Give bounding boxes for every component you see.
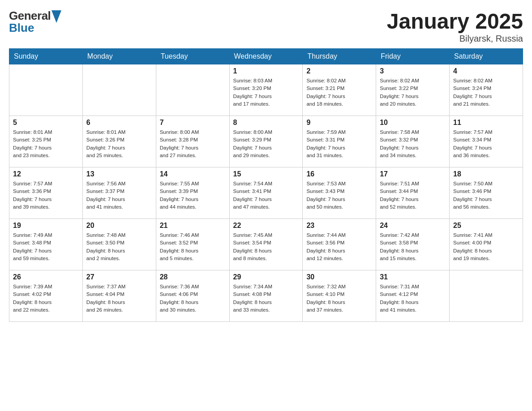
logo-triangle-icon xyxy=(51,10,61,23)
header-wednesday: Wednesday xyxy=(229,49,303,64)
logo: General Blue xyxy=(9,9,61,35)
day-info: Sunrise: 7:36 AMSunset: 4:06 PMDaylight:… xyxy=(160,283,226,314)
cell-w1-d5: 3Sunrise: 8:02 AMSunset: 3:22 PMDaylight… xyxy=(376,64,450,116)
week-row-3: 12Sunrise: 7:57 AMSunset: 3:36 PMDayligh… xyxy=(9,167,523,219)
day-info: Sunrise: 8:02 AMSunset: 3:22 PMDaylight:… xyxy=(380,77,446,108)
cell-w4-d6: 25Sunrise: 7:41 AMSunset: 4:00 PMDayligh… xyxy=(450,219,523,270)
calendar-header: SundayMondayTuesdayWednesdayThursdayFrid… xyxy=(9,49,523,64)
cell-w4-d4: 23Sunrise: 7:44 AMSunset: 3:56 PMDayligh… xyxy=(303,219,376,270)
day-info: Sunrise: 7:37 AMSunset: 4:04 PMDaylight:… xyxy=(86,283,152,314)
cell-w1-d0 xyxy=(9,64,83,116)
week-row-5: 26Sunrise: 7:39 AMSunset: 4:02 PMDayligh… xyxy=(9,270,523,322)
cell-w5-d4: 30Sunrise: 7:32 AMSunset: 4:10 PMDayligh… xyxy=(303,270,376,322)
header-sunday: Sunday xyxy=(9,49,83,64)
day-info: Sunrise: 7:44 AMSunset: 3:56 PMDaylight:… xyxy=(306,231,372,262)
day-info: Sunrise: 7:48 AMSunset: 3:50 PMDaylight:… xyxy=(86,231,152,262)
day-number: 22 xyxy=(233,222,299,230)
day-number: 10 xyxy=(380,119,446,127)
day-info: Sunrise: 7:41 AMSunset: 4:00 PMDaylight:… xyxy=(453,231,519,262)
cell-w1-d3: 1Sunrise: 8:03 AMSunset: 3:20 PMDaylight… xyxy=(229,64,303,116)
day-info: Sunrise: 7:56 AMSunset: 3:37 PMDaylight:… xyxy=(86,180,152,211)
cell-w4-d0: 19Sunrise: 7:49 AMSunset: 3:48 PMDayligh… xyxy=(9,219,83,270)
day-number: 17 xyxy=(380,170,446,178)
header-tuesday: Tuesday xyxy=(156,49,229,64)
cell-w4-d5: 24Sunrise: 7:42 AMSunset: 3:58 PMDayligh… xyxy=(376,219,450,270)
day-number: 20 xyxy=(86,222,152,230)
day-info: Sunrise: 7:50 AMSunset: 3:46 PMDaylight:… xyxy=(453,180,519,211)
header-friday: Friday xyxy=(376,49,450,64)
day-number: 27 xyxy=(86,273,152,281)
day-number: 30 xyxy=(306,273,372,281)
day-number: 21 xyxy=(160,222,226,230)
day-number: 18 xyxy=(453,170,519,178)
day-info: Sunrise: 7:31 AMSunset: 4:12 PMDaylight:… xyxy=(380,283,446,314)
cell-w4-d1: 20Sunrise: 7:48 AMSunset: 3:50 PMDayligh… xyxy=(82,219,156,270)
cell-w4-d2: 21Sunrise: 7:46 AMSunset: 3:52 PMDayligh… xyxy=(156,219,229,270)
day-info: Sunrise: 7:53 AMSunset: 3:43 PMDaylight:… xyxy=(306,180,372,211)
week-row-4: 19Sunrise: 7:49 AMSunset: 3:48 PMDayligh… xyxy=(9,219,523,270)
day-info: Sunrise: 7:57 AMSunset: 3:36 PMDaylight:… xyxy=(13,180,79,211)
day-info: Sunrise: 8:01 AMSunset: 3:25 PMDaylight:… xyxy=(13,128,79,159)
cell-w3-d5: 17Sunrise: 7:51 AMSunset: 3:44 PMDayligh… xyxy=(376,167,450,219)
day-info: Sunrise: 7:58 AMSunset: 3:32 PMDaylight:… xyxy=(380,128,446,159)
header-thursday: Thursday xyxy=(303,49,376,64)
header-row: SundayMondayTuesdayWednesdayThursdayFrid… xyxy=(9,49,523,64)
day-number: 11 xyxy=(453,119,519,127)
day-info: Sunrise: 7:46 AMSunset: 3:52 PMDaylight:… xyxy=(160,231,226,262)
day-number: 8 xyxy=(233,119,299,127)
day-number: 13 xyxy=(86,170,152,178)
page-header: General Blue January 2025 Bilyarsk, Russ… xyxy=(9,9,523,44)
cell-w3-d2: 14Sunrise: 7:55 AMSunset: 3:39 PMDayligh… xyxy=(156,167,229,219)
calendar-table: SundayMondayTuesdayWednesdayThursdayFrid… xyxy=(9,48,523,322)
day-info: Sunrise: 8:03 AMSunset: 3:20 PMDaylight:… xyxy=(233,77,299,108)
day-info: Sunrise: 8:01 AMSunset: 3:26 PMDaylight:… xyxy=(86,128,152,159)
cell-w2-d0: 5Sunrise: 8:01 AMSunset: 3:25 PMDaylight… xyxy=(9,116,83,167)
day-info: Sunrise: 7:34 AMSunset: 4:08 PMDaylight:… xyxy=(233,283,299,314)
day-info: Sunrise: 7:55 AMSunset: 3:39 PMDaylight:… xyxy=(160,180,226,211)
day-number: 16 xyxy=(306,170,372,178)
day-number: 31 xyxy=(380,273,446,281)
day-number: 15 xyxy=(233,170,299,178)
day-info: Sunrise: 7:32 AMSunset: 4:10 PMDaylight:… xyxy=(306,283,372,314)
cell-w3-d0: 12Sunrise: 7:57 AMSunset: 3:36 PMDayligh… xyxy=(9,167,83,219)
week-row-1: 1Sunrise: 8:03 AMSunset: 3:20 PMDaylight… xyxy=(9,64,523,116)
cell-w4-d3: 22Sunrise: 7:45 AMSunset: 3:54 PMDayligh… xyxy=(229,219,303,270)
cell-w2-d2: 7Sunrise: 8:00 AMSunset: 3:28 PMDaylight… xyxy=(156,116,229,167)
day-number: 25 xyxy=(453,222,519,230)
cell-w2-d5: 10Sunrise: 7:58 AMSunset: 3:32 PMDayligh… xyxy=(376,116,450,167)
day-number: 1 xyxy=(233,67,299,75)
calendar-body: 1Sunrise: 8:03 AMSunset: 3:20 PMDaylight… xyxy=(9,64,523,322)
cell-w2-d3: 8Sunrise: 8:00 AMSunset: 3:29 PMDaylight… xyxy=(229,116,303,167)
cell-w3-d4: 16Sunrise: 7:53 AMSunset: 3:43 PMDayligh… xyxy=(303,167,376,219)
day-number: 23 xyxy=(306,222,372,230)
day-number: 14 xyxy=(160,170,226,178)
calendar-title: January 2025 xyxy=(387,9,523,34)
cell-w5-d2: 28Sunrise: 7:36 AMSunset: 4:06 PMDayligh… xyxy=(156,270,229,322)
cell-w1-d1 xyxy=(82,64,156,116)
day-number: 26 xyxy=(13,273,79,281)
cell-w5-d6 xyxy=(450,270,523,322)
cell-w3-d1: 13Sunrise: 7:56 AMSunset: 3:37 PMDayligh… xyxy=(82,167,156,219)
cell-w5-d1: 27Sunrise: 7:37 AMSunset: 4:04 PMDayligh… xyxy=(82,270,156,322)
day-info: Sunrise: 7:42 AMSunset: 3:58 PMDaylight:… xyxy=(380,231,446,262)
calendar-subtitle: Bilyarsk, Russia xyxy=(387,34,523,44)
day-info: Sunrise: 7:59 AMSunset: 3:31 PMDaylight:… xyxy=(306,128,372,159)
day-number: 2 xyxy=(306,67,372,75)
cell-w3-d6: 18Sunrise: 7:50 AMSunset: 3:46 PMDayligh… xyxy=(450,167,523,219)
day-info: Sunrise: 8:02 AMSunset: 3:21 PMDaylight:… xyxy=(306,77,372,108)
day-number: 28 xyxy=(160,273,226,281)
day-info: Sunrise: 8:02 AMSunset: 3:24 PMDaylight:… xyxy=(453,77,519,108)
cell-w1-d6: 4Sunrise: 8:02 AMSunset: 3:24 PMDaylight… xyxy=(450,64,523,116)
cell-w2-d4: 9Sunrise: 7:59 AMSunset: 3:31 PMDaylight… xyxy=(303,116,376,167)
day-number: 4 xyxy=(453,67,519,75)
cell-w2-d6: 11Sunrise: 7:57 AMSunset: 3:34 PMDayligh… xyxy=(450,116,523,167)
cell-w2-d1: 6Sunrise: 8:01 AMSunset: 3:26 PMDaylight… xyxy=(82,116,156,167)
day-info: Sunrise: 7:49 AMSunset: 3:48 PMDaylight:… xyxy=(13,231,79,262)
week-row-2: 5Sunrise: 8:01 AMSunset: 3:25 PMDaylight… xyxy=(9,116,523,167)
cell-w5-d0: 26Sunrise: 7:39 AMSunset: 4:02 PMDayligh… xyxy=(9,270,83,322)
day-info: Sunrise: 7:57 AMSunset: 3:34 PMDaylight:… xyxy=(453,128,519,159)
cell-w3-d3: 15Sunrise: 7:54 AMSunset: 3:41 PMDayligh… xyxy=(229,167,303,219)
day-number: 6 xyxy=(86,119,152,127)
day-number: 19 xyxy=(13,222,79,230)
day-info: Sunrise: 7:51 AMSunset: 3:44 PMDaylight:… xyxy=(380,180,446,211)
